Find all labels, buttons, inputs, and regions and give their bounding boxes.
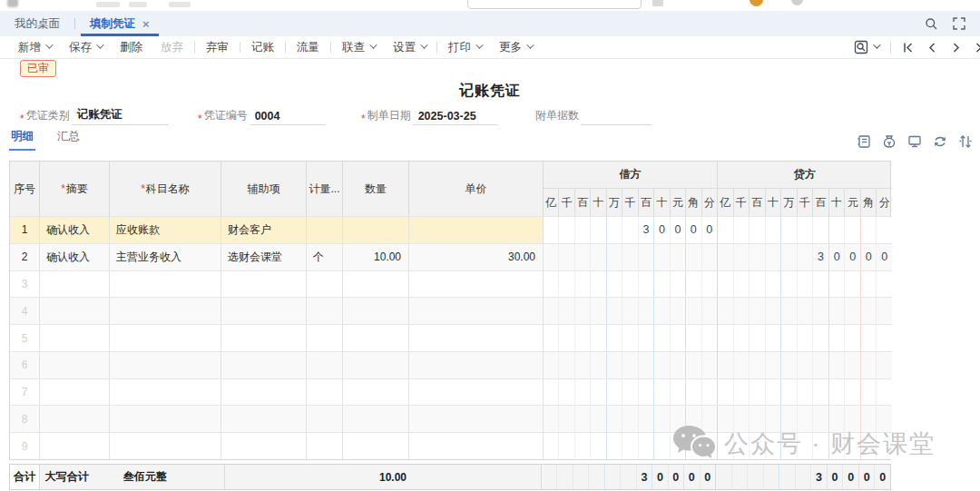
toolbar-delete-button[interactable]: 删除 xyxy=(120,40,142,55)
cell-auxiliary[interactable] xyxy=(221,433,307,459)
column-header-account[interactable]: *科目名称 xyxy=(110,162,221,216)
amount-digit-cell[interactable]: 3 xyxy=(637,465,652,489)
cell-row-number[interactable]: 7 xyxy=(10,379,40,406)
amount-digit-cell[interactable] xyxy=(654,271,670,298)
amount-digit-cell[interactable] xyxy=(702,325,717,351)
amount-digit-cell[interactable] xyxy=(686,433,701,459)
amount-digit-cell[interactable] xyxy=(748,465,764,489)
amount-digit-cell[interactable] xyxy=(575,217,591,243)
amount-digit-cell[interactable] xyxy=(686,298,701,324)
amount-digit-cell[interactable] xyxy=(845,406,861,432)
amount-digit-cell[interactable] xyxy=(766,298,782,324)
amount-digit-cell[interactable] xyxy=(607,271,622,298)
amount-digit-cell[interactable] xyxy=(718,244,734,270)
amount-digit-cell[interactable] xyxy=(607,406,622,432)
amount-digit-cell[interactable] xyxy=(877,379,892,406)
display-icon[interactable] xyxy=(907,134,922,149)
tab-detail[interactable]: 明细 xyxy=(11,129,34,151)
cell-auxiliary[interactable]: 财会客户 xyxy=(221,217,307,243)
amount-digit-cell[interactable] xyxy=(877,325,892,351)
amount-digit-cell[interactable] xyxy=(559,379,574,406)
close-icon[interactable]: × xyxy=(142,18,150,30)
preview-voucher-icon[interactable] xyxy=(854,40,878,54)
amount-digit-cell[interactable] xyxy=(622,352,638,378)
amount-digit-cell[interactable] xyxy=(718,406,734,432)
cell-unit-price[interactable] xyxy=(409,271,544,298)
toolbar-flow-button[interactable]: 流量 xyxy=(297,40,319,55)
amount-digit-cell[interactable] xyxy=(813,406,829,432)
cell-quantity[interactable] xyxy=(343,433,409,459)
last-voucher-icon[interactable] xyxy=(974,42,980,54)
amount-digit-cell[interactable] xyxy=(845,352,861,378)
amount-digit-cell[interactable] xyxy=(813,298,829,324)
amount-digit-cell[interactable] xyxy=(654,244,670,270)
cell-unit[interactable] xyxy=(307,325,343,351)
amount-digit-cell[interactable] xyxy=(544,433,559,459)
amount-digit-cell[interactable] xyxy=(542,465,557,489)
cell-account-name[interactable]: 应收账款 xyxy=(110,217,221,243)
toolbar-settings-button[interactable]: 设置 xyxy=(393,40,426,55)
cell-account-name[interactable] xyxy=(110,271,221,298)
table-row[interactable]: 5 xyxy=(10,324,890,351)
amount-digit-cell[interactable] xyxy=(639,298,654,324)
cell-unit-price[interactable] xyxy=(409,406,544,432)
cell-account-name[interactable] xyxy=(110,298,221,324)
cell-row-number[interactable]: 9 xyxy=(10,433,40,459)
cell-unit[interactable] xyxy=(307,379,343,406)
notification-icon[interactable] xyxy=(750,0,763,6)
amount-digit-cell[interactable] xyxy=(877,406,892,432)
amount-digit-cell[interactable] xyxy=(607,325,622,351)
amount-digit-cell[interactable] xyxy=(575,352,591,378)
amount-digit-cell[interactable] xyxy=(591,325,606,351)
amount-digit-cell[interactable] xyxy=(607,217,622,243)
amount-digit-cell[interactable] xyxy=(766,217,782,243)
amount-digit-cell[interactable] xyxy=(589,465,604,489)
amount-digit-cell[interactable] xyxy=(829,352,846,378)
amount-digit-cell[interactable] xyxy=(702,271,717,298)
cell-unit[interactable] xyxy=(307,217,343,243)
amount-digit-cell[interactable] xyxy=(671,244,686,270)
amount-digit-cell[interactable] xyxy=(766,244,782,270)
amount-digit-cell[interactable] xyxy=(718,271,734,298)
search-icon[interactable] xyxy=(925,17,938,31)
amount-digit-cell[interactable] xyxy=(575,298,591,324)
cell-summary[interactable] xyxy=(40,352,110,378)
cell-quantity[interactable] xyxy=(343,379,409,406)
amount-digit-cell[interactable] xyxy=(544,217,559,243)
amount-digit-cell[interactable] xyxy=(718,298,734,324)
amount-digit-cell[interactable] xyxy=(607,244,622,270)
amount-digit-cell[interactable]: 0 xyxy=(654,217,670,243)
amount-digit-cell[interactable] xyxy=(781,271,798,298)
amount-digit-cell[interactable] xyxy=(622,271,638,298)
amount-digit-cell[interactable] xyxy=(718,325,734,351)
amount-digit-cell[interactable] xyxy=(559,406,574,432)
amount-digit-cell[interactable] xyxy=(591,433,606,459)
amount-digit-cell[interactable] xyxy=(639,325,654,351)
amount-digit-cell[interactable]: 0 xyxy=(845,244,861,270)
amount-digit-cell[interactable] xyxy=(559,244,574,270)
avatar[interactable] xyxy=(791,0,803,5)
cell-unit[interactable] xyxy=(307,271,343,298)
amount-digit-cell[interactable] xyxy=(734,406,750,432)
amount-digit-cell[interactable] xyxy=(877,352,892,378)
column-header-unit[interactable]: 计量... xyxy=(307,162,343,216)
amount-digit-cell[interactable] xyxy=(622,406,638,432)
amount-digit-cell[interactable] xyxy=(732,465,749,489)
toolbar-save-button[interactable]: 保存 xyxy=(69,40,102,55)
amount-digit-cell[interactable] xyxy=(845,271,861,298)
amount-digit-cell[interactable] xyxy=(559,325,574,351)
amount-digit-cell[interactable] xyxy=(654,352,670,378)
amount-digit-cell[interactable] xyxy=(781,325,798,351)
amount-digit-cell[interactable] xyxy=(718,433,734,459)
sort-settings-icon[interactable] xyxy=(958,134,973,149)
amount-digit-cell[interactable] xyxy=(781,352,798,378)
amount-digit-cell[interactable] xyxy=(559,433,574,459)
amount-digit-cell[interactable] xyxy=(639,379,654,406)
amount-digit-cell[interactable]: 0 xyxy=(686,217,701,243)
amount-digit-cell[interactable] xyxy=(575,379,591,406)
amount-digit-cell[interactable] xyxy=(779,465,796,489)
amount-digit-cell[interactable] xyxy=(798,352,814,378)
column-header-price[interactable]: 单价 xyxy=(409,162,544,216)
amount-digit-cell[interactable] xyxy=(813,379,829,406)
amount-digit-cell[interactable] xyxy=(734,352,750,378)
